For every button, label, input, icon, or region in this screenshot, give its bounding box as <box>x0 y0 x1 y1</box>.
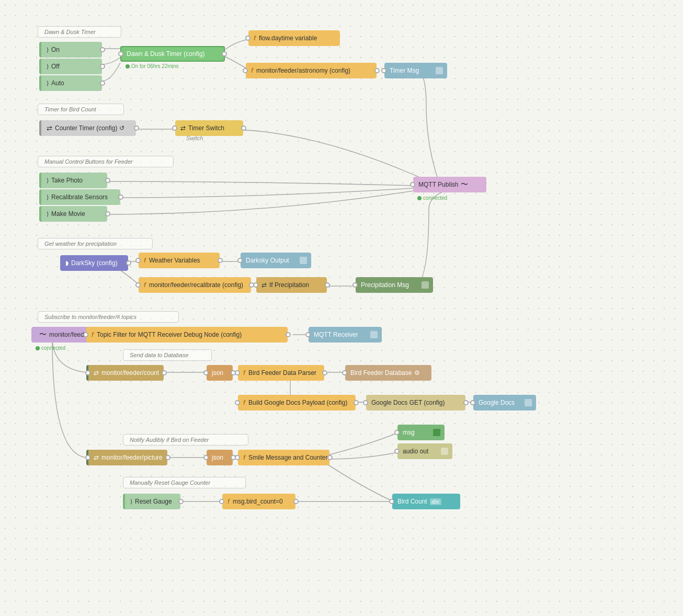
bird-feeder-db-node[interactable]: Bird Feeder Database ⚙ <box>345 365 431 381</box>
take-photo-port-right <box>105 178 110 183</box>
connected-dot <box>417 196 422 200</box>
smile-port-right <box>327 455 333 460</box>
weather-section-label: Get weather for precipitation <box>38 238 153 249</box>
if-precip-port-left <box>253 282 258 288</box>
reset-icon: ⟩ <box>130 498 132 505</box>
if-precip-port-right <box>325 282 330 288</box>
make-movie-port-right <box>105 211 110 216</box>
topic-filter-node[interactable]: Topic Filter for MQTT Receiver Debug Nod… <box>86 327 288 343</box>
json2-node[interactable]: json <box>207 450 233 465</box>
auto-inject-node[interactable]: ⟩ Auto <box>39 75 102 91</box>
smile-message-node[interactable]: Smile Message and Counter <box>238 450 329 465</box>
recalibrate-icon: ⟩ <box>47 194 49 201</box>
msg-bird-port-right <box>293 499 299 504</box>
recalibrate-node[interactable]: ⟩ Recalibrate Sensors <box>39 189 120 205</box>
db-icon: ⚙ <box>414 369 420 377</box>
timer-switch-node[interactable]: ⇄ Timer Switch <box>175 120 243 136</box>
bird-feeder-parser-node[interactable]: Bird Feeder Data Parser <box>238 365 324 381</box>
off-inject-node[interactable]: ⟩ Off <box>39 59 102 74</box>
precipitation-msg-node[interactable]: Precipitation Msg <box>356 277 433 293</box>
flow-daytime-node[interactable]: flow.daytime variable <box>248 30 340 46</box>
reset-gauge-section-label: Manually Reset Gauge Counter <box>123 477 246 488</box>
on-inject-port-right <box>100 47 105 52</box>
timer-msg-port-left <box>381 68 386 73</box>
switch-icon: ⇄ <box>180 124 186 132</box>
smile-port-left <box>235 455 240 460</box>
bird-count-port-left <box>389 499 394 504</box>
darksky-icon: ◗ <box>65 259 69 267</box>
flow-canvas: Dawn & Dusk Timer ⟩ On ⟩ Off ⟩ Auto Dawn… <box>0 0 683 616</box>
mqtt-pub-port-left <box>410 182 415 187</box>
if-precipitation-node[interactable]: ⇄ If Precipitation <box>256 277 327 293</box>
mqtt-recv-port-left <box>305 332 311 337</box>
google-docs-get-node[interactable]: Google Docs GET (config) <box>366 395 465 410</box>
msg-node[interactable]: msg <box>397 425 445 440</box>
inject-icon: ⟩ <box>47 47 49 53</box>
counter-timer-port-right <box>134 126 139 131</box>
monitor-recalibrate-node[interactable]: monitor/feeder/recalibrate (config) <box>139 277 251 293</box>
timer-switch-port-right <box>241 126 246 131</box>
connection-lines <box>0 0 683 616</box>
json2-port-left <box>203 455 209 460</box>
google-docs-port-left <box>470 400 475 405</box>
build-google-port-right <box>354 400 359 405</box>
mqtt-publish-node[interactable]: MQTT Publish 〜 connected <box>413 177 486 192</box>
audio-icon <box>441 448 448 455</box>
mqtt-wave-icon: 〜 <box>461 180 468 189</box>
monitor-astronomy-node[interactable]: monitor/feeder/astronomy (config) <box>246 63 377 78</box>
counter-timer-node[interactable]: ⇄ Counter Timer (config) ↺ <box>39 120 136 136</box>
monitor-astronomy-port-right <box>374 68 380 73</box>
msg-bird-count-node[interactable]: msg.bird_count=0 <box>222 494 295 509</box>
bird-count-node[interactable]: Bird Count abc <box>392 494 460 509</box>
make-movie-node[interactable]: ⟩ Make Movie <box>39 206 107 222</box>
reset-gauge-node[interactable]: ⟩ Reset Gauge <box>123 494 180 509</box>
count-icon: ⇄ <box>94 369 99 377</box>
darksky-output-port-left <box>237 258 243 263</box>
monitor-picture-node[interactable]: ⇄ monitor/feeder/picture <box>86 450 167 465</box>
sub-wave-icon: 〜 <box>39 330 47 339</box>
timer-switch-port-left <box>172 126 177 131</box>
inject-icon-2: ⟩ <box>47 63 49 70</box>
take-photo-node[interactable]: ⟩ Take Photo <box>39 173 107 188</box>
darksky-output-node[interactable]: Darksky Output <box>241 253 311 268</box>
bird-count-section-label: Timer for Bird Count <box>38 104 124 115</box>
mqtt-connected-badge: connected <box>417 195 447 201</box>
abc-icon: abc <box>430 498 441 505</box>
mqtt-receiver-node[interactable]: MQTT Receiver <box>309 327 382 343</box>
precip-msg-port-left <box>352 282 358 288</box>
topic-filter-port-left <box>83 332 88 337</box>
monitor-count-node[interactable]: ⇄ monitor/feeder/count <box>86 365 164 381</box>
json1-port-left <box>203 370 209 375</box>
build-google-docs-node[interactable]: Build Google Docs Payload (config) <box>238 395 356 410</box>
counter-icon: ⇄ <box>47 124 52 132</box>
google-docs-node[interactable]: Google Docs <box>473 395 536 410</box>
switch-label: Switch <box>186 135 203 141</box>
json1-node[interactable]: json <box>207 365 233 381</box>
db-port-left <box>342 370 347 375</box>
on-inject-node[interactable]: ⟩ On <box>39 42 102 58</box>
topic-filter-port-right <box>286 332 291 337</box>
weather-variables-node[interactable]: Weather Variables <box>139 253 220 268</box>
msg-icon <box>433 429 440 436</box>
off-inject-port-right <box>100 64 105 69</box>
audio-out-node[interactable]: audio out <box>397 443 452 459</box>
send-db-section-label: Send data to Database <box>123 349 212 361</box>
timer-msg-icon <box>436 67 443 74</box>
take-photo-icon: ⟩ <box>47 177 49 184</box>
weather-var-port-right <box>218 258 223 263</box>
monitor-recal-port-left <box>135 282 141 288</box>
build-google-port-left <box>235 400 240 405</box>
weather-var-port-left <box>135 258 141 263</box>
audio-port-left <box>394 449 400 454</box>
monitor-feeder-connected: connected <box>36 345 65 351</box>
make-movie-icon: ⟩ <box>47 211 49 218</box>
google-get-port-right <box>463 400 469 405</box>
monitor-count-port-right <box>162 370 167 375</box>
dawn-dusk-config-node[interactable]: Dawn & Dusk Timer (config) On for 06hrs … <box>120 46 225 62</box>
timer-msg-node[interactable]: Timer Msg <box>384 63 447 78</box>
monitor-picture-port-left <box>85 455 90 460</box>
darksky-node[interactable]: ◗ DarkSky (config) <box>60 255 128 271</box>
msg-port-left <box>394 430 400 435</box>
darksky-output-icon <box>300 257 307 264</box>
monitor-count-port-left <box>85 370 90 375</box>
